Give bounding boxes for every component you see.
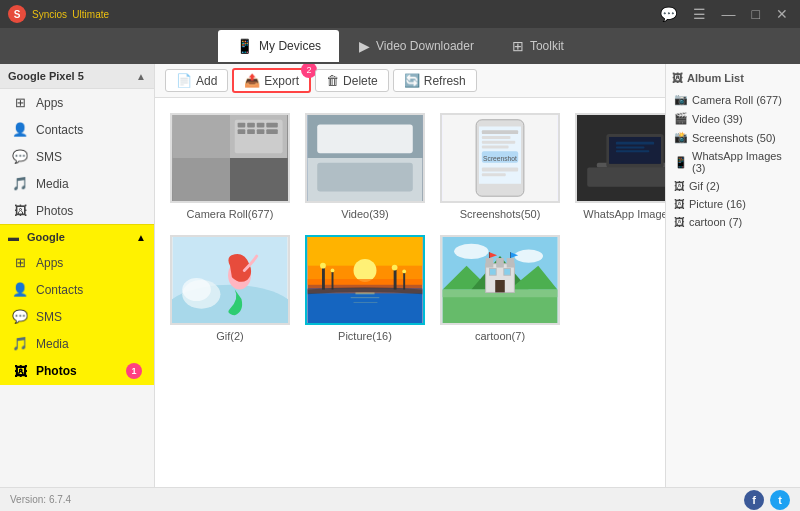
svg-rect-25 [482,146,509,149]
album-screenshots[interactable]: Screenshot Screenshots(50) [440,113,560,220]
svg-point-65 [514,249,543,262]
whatsapp-list-icon: 📱 [674,156,688,169]
svg-rect-10 [238,129,246,134]
svg-rect-74 [507,258,515,268]
add-icon: 📄 [176,73,192,88]
album-list-item-cartoon[interactable]: 🖼 cartoon (7) [672,213,794,231]
svg-rect-38 [616,150,649,152]
sms2-icon: 💬 [12,309,28,324]
camera-roll-image [172,115,288,201]
media-icon: 🎵 [12,176,28,191]
svg-rect-1 [173,115,230,158]
sidebar: Google Pixel 5 ▲ ⊞ Apps 👤 Contacts 💬 SMS… [0,64,155,487]
svg-point-58 [402,269,406,273]
album-picture-thumb [305,235,425,325]
svg-rect-13 [266,129,277,134]
svg-rect-59 [355,292,374,294]
whatsapp-label: WhatsApp Images(3) [583,208,665,220]
sidebar-item-contacts1[interactable]: 👤 Contacts [0,116,154,143]
facebook-button[interactable]: f [744,490,764,510]
video-image [307,115,423,201]
svg-rect-24 [482,141,515,144]
sidebar-item-apps2[interactable]: ⊞ Apps [0,249,154,276]
menu-icon[interactable]: ☰ [689,6,710,22]
gif-list-icon: 🖼 [674,180,685,192]
album-list-item-whatsapp[interactable]: 📱 WhatsApp Images (3) [672,147,794,177]
svg-rect-8 [257,123,265,128]
gif-label: Gif(2) [216,330,244,342]
album-video[interactable]: Video(39) [305,113,425,220]
title-bar-left: S Syncios Ultimate [8,5,109,23]
twitter-button[interactable]: t [770,490,790,510]
svg-rect-29 [482,173,506,176]
maximize-button[interactable]: □ [748,6,764,22]
refresh-icon: 🔄 [404,73,420,88]
svg-rect-18 [317,163,413,192]
device1-header[interactable]: Google Pixel 5 ▲ [0,64,154,89]
svg-rect-75 [495,280,505,292]
tab-toolkit[interactable]: ⊞ Toolkit [494,30,582,62]
album-picture[interactable]: Picture(16) [305,235,425,342]
album-gif[interactable]: Gif(2) [170,235,290,342]
svg-rect-37 [616,147,645,149]
sidebar-item-media1[interactable]: 🎵 Media [0,170,154,197]
minimize-button[interactable]: — [718,6,740,22]
sidebar-item-contacts2[interactable]: 👤 Contacts [0,276,154,303]
album-list-item-gif[interactable]: 🖼 Gif (2) [672,177,794,195]
close-button[interactable]: ✕ [772,6,792,22]
delete-button[interactable]: 🗑 Delete [315,69,389,92]
refresh-button[interactable]: 🔄 Refresh [393,69,477,92]
sidebar-item-sms1[interactable]: 💬 SMS [0,143,154,170]
album-cartoon[interactable]: cartoon(7) [440,235,560,342]
screenshots-image: Screenshot [442,115,558,201]
screenshots-list-icon: 📸 [674,131,688,144]
app-logo: S [8,5,26,23]
sidebar-item-apps1[interactable]: ⊞ Apps [0,89,154,116]
device2-header[interactable]: ▬ Google ▲ [0,224,154,249]
svg-rect-51 [322,266,325,290]
sidebar-item-photos1[interactable]: 🖼 Photos [0,197,154,224]
album-list-item-screenshots[interactable]: 📸 Screenshots (50) [672,128,794,147]
svg-point-52 [320,263,326,269]
album-camera-roll-thumb [170,113,290,203]
export-icon: 📤 [244,73,260,88]
sidebar-item-media2[interactable]: 🎵 Media [0,330,154,357]
add-button[interactable]: 📄 Add [165,69,228,92]
device1-arrow: ▲ [136,71,146,82]
main-layout: Google Pixel 5 ▲ ⊞ Apps 👤 Contacts 💬 SMS… [0,64,800,487]
svg-point-56 [392,265,398,271]
tab-my-devices[interactable]: 📱 My Devices [218,30,339,62]
sidebar-item-sms2[interactable]: 💬 SMS [0,303,154,330]
screenshots-label: Screenshots(50) [460,208,541,220]
apps2-icon: ⊞ [12,255,28,270]
album-whatsapp[interactable]: WhatsApp Images(3) [575,113,665,220]
svg-rect-12 [257,129,265,134]
export-button[interactable]: 📤 Export 2 [232,68,311,93]
picture-list-icon: 🖼 [674,198,685,210]
contacts2-icon: 👤 [12,282,28,297]
app-brand: Syncios Ultimate [32,7,109,21]
album-list-item-camera-roll[interactable]: 📷 Camera Roll (677) [672,90,794,109]
album-list-item-picture[interactable]: 🖼 Picture (16) [672,195,794,213]
nav-bar: 📱 My Devices ▶ Video Downloader ⊞ Toolki… [0,28,800,64]
svg-rect-9 [266,123,277,128]
svg-rect-36 [616,142,654,145]
album-camera-roll[interactable]: Camera Roll(677) [170,113,290,220]
tab-video-downloader[interactable]: ▶ Video Downloader [341,30,492,62]
album-cartoon-thumb [440,235,560,325]
chat-icon[interactable]: 💬 [656,6,681,22]
svg-rect-6 [238,123,246,128]
svg-rect-76 [489,269,496,276]
album-list-icon: 🖼 [672,72,683,84]
device2-arrow: ▲ [136,232,146,243]
svg-rect-34 [587,168,665,187]
album-video-thumb [305,113,425,203]
sidebar-item-photos2[interactable]: 🖼 Photos 1 [0,357,154,385]
svg-rect-28 [482,168,518,172]
toolkit-icon: ⊞ [512,38,524,54]
social-links: f t [744,490,790,510]
svg-rect-3 [173,158,230,201]
album-list-item-video[interactable]: 🎬 Video (39) [672,109,794,128]
svg-rect-60 [351,297,380,298]
video-label: Video(39) [341,208,389,220]
